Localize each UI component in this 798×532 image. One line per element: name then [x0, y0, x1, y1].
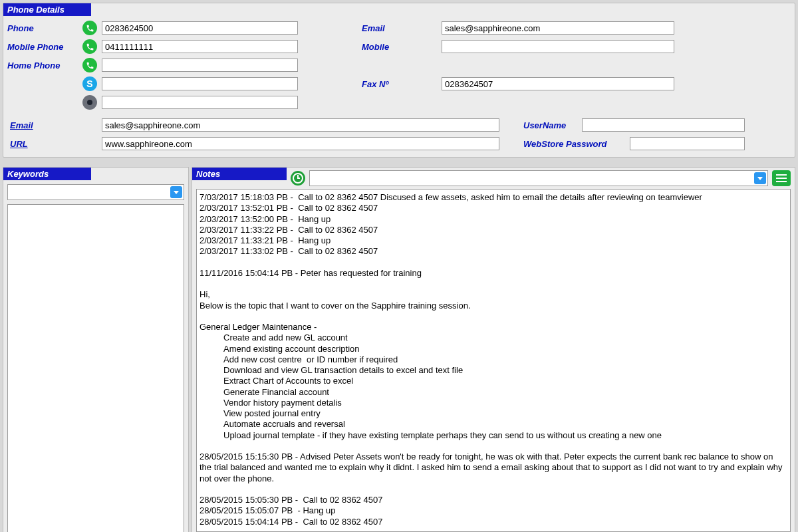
phone-input[interactable] [102, 21, 298, 35]
notes-dropdown[interactable] [309, 170, 768, 186]
username-label: UserName [523, 120, 582, 130]
keywords-panel: Keywords [3, 167, 189, 532]
webstore-pw-label: WebStore Password [523, 139, 630, 149]
url-long-input[interactable] [102, 137, 499, 150]
mobile-right-label: Mobile [335, 42, 442, 52]
phone-label: Phone [3, 23, 78, 33]
home-phone-input[interactable] [102, 59, 298, 72]
panel-divider [0, 160, 798, 164]
mobile-phone-label: Mobile Phone [3, 42, 78, 52]
chevron-down-icon[interactable] [754, 172, 766, 184]
notes-panel: Notes 7/03/2017 15:18:03 PB - Call to 02… [192, 167, 795, 532]
home-phone-label: Home Phone [3, 61, 78, 70]
webstore-pw-input[interactable] [630, 137, 745, 150]
phone-icon[interactable] [78, 58, 102, 72]
keywords-list[interactable] [7, 204, 184, 532]
fax-input[interactable] [442, 77, 674, 90]
keywords-dropdown[interactable] [7, 184, 184, 200]
phone-details-panel: Phone Details Phone Email Mobile Phone M… [3, 3, 795, 158]
phone-icon[interactable] [78, 39, 102, 54]
phone-icon[interactable] [78, 21, 102, 35]
mobile-phone-input[interactable] [102, 40, 298, 53]
timestamp-icon[interactable] [291, 171, 305, 186]
facetime-icon[interactable] [78, 95, 102, 110]
notes-menu-button[interactable] [772, 170, 791, 186]
skype-icon[interactable]: S [78, 76, 102, 91]
mobile-right-input[interactable] [442, 40, 674, 53]
skype-input[interactable] [102, 77, 298, 90]
notes-textarea[interactable]: 7/03/2017 15:18:03 PB - Call to 02 8362 … [196, 189, 791, 532]
keywords-title: Keywords [3, 168, 91, 180]
email-long-input[interactable] [102, 118, 499, 132]
username-input[interactable] [582, 118, 745, 132]
email-right-input[interactable] [442, 21, 674, 35]
notes-title: Notes [192, 168, 287, 180]
chevron-down-icon[interactable] [170, 186, 182, 198]
fax-label: Fax Nº [335, 79, 442, 89]
phone-details-title: Phone Details [3, 3, 91, 16]
url-link-label[interactable]: URL [6, 139, 102, 149]
facetime-input[interactable] [102, 96, 298, 109]
email-link-label[interactable]: Email [6, 120, 102, 130]
email-right-label: Email [335, 23, 442, 33]
